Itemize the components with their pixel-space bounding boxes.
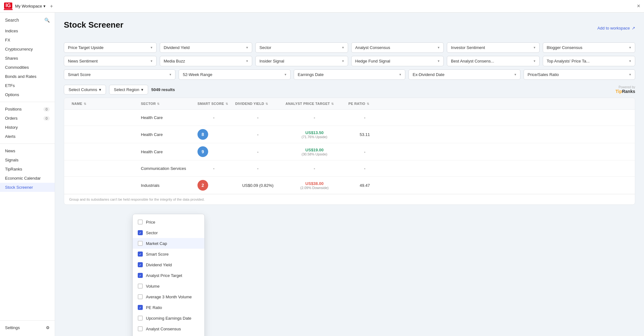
th-dividend-yield[interactable]: DIVIDEND YIELD ⇅ (233, 98, 283, 109)
select-region-button[interactable]: Select Region ▾ (109, 85, 148, 95)
chevron-down-icon: ▾ (629, 73, 631, 77)
checkbox-price[interactable] (138, 219, 143, 225)
sidebar-item-orders[interactable]: Orders 0 (0, 114, 55, 123)
sidebar-item-settings[interactable]: Settings ⚙ (0, 323, 55, 332)
top-bar: IG My Workspace ▾ + × (0, 0, 644, 13)
td-name (69, 165, 138, 172)
sidebar: Search 🔍 Indices FX Cryptocurrency Share… (0, 13, 55, 336)
filter-dividend-yield[interactable]: Dividend Yield ▾ (160, 42, 253, 53)
td-pe-ratio: - (346, 112, 384, 123)
th-name[interactable]: NAME ⇅ (69, 98, 138, 109)
sidebar-item-signals[interactable]: Signals (0, 155, 55, 165)
add-tab-button[interactable]: + (48, 3, 55, 10)
filter-52-week[interactable]: 52-Week Range ▾ (179, 69, 290, 80)
th-sector[interactable]: SECTOR ⇅ (138, 98, 195, 109)
footer-note: Group and its subsidiaries can't be held… (64, 194, 635, 204)
table-row[interactable]: Health Care 9 - US$19.00 (30.58% Upside)… (64, 143, 635, 160)
td-name (69, 131, 138, 138)
chevron-down-icon: ▾ (99, 87, 101, 92)
td-smart-score: 2 (195, 177, 233, 194)
sidebar-item-economic-calendar[interactable]: Economic Calendar (0, 174, 55, 183)
checkbox-sector[interactable]: ✓ (138, 230, 143, 235)
checkbox-analyst-price-target[interactable]: ✓ (138, 273, 143, 278)
sidebar-item-fx[interactable]: FX (0, 35, 55, 45)
checkbox-market-cap[interactable] (138, 241, 143, 246)
table-row[interactable]: Communication Services - - - - (64, 160, 635, 177)
table-row[interactable]: Industrials 2 US$0.09 (0.82%) US$38.00 (… (64, 177, 635, 194)
sort-icon: ⇅ (84, 102, 86, 106)
dd-item-volume[interactable]: Volume (133, 281, 204, 291)
table-header: NAME ⇅ SECTOR ⇅ SMART SCORE ⇅ DIVIDEND Y… (64, 98, 635, 110)
sidebar-item-options[interactable]: Options (0, 90, 55, 99)
filter-sector[interactable]: Sector ▾ (255, 42, 348, 53)
sidebar-item-tipranks[interactable]: TipRanks (0, 165, 55, 174)
th-smart-score[interactable]: SMART SCORE ⇅ (195, 98, 233, 109)
search-row[interactable]: Search 🔍 (0, 16, 55, 26)
dd-item-sector[interactable]: ✓ Sector (133, 227, 204, 238)
td-smart-score: 9 (195, 143, 233, 160)
dd-item-analyst-consensus[interactable]: Analyst Consensus (133, 323, 204, 334)
filter-row-1: Price Target Upside ▾ Dividend Yield ▾ S… (64, 42, 635, 53)
sidebar-item-bonds[interactable]: Bonds and Rates (0, 72, 55, 81)
select-columns-button[interactable]: Select Columns ▾ (64, 85, 106, 95)
dd-item-pe-ratio[interactable]: ✓ PE Ratio (133, 302, 204, 313)
filter-price-target-upside[interactable]: Price Target Upside ▾ (64, 42, 157, 53)
dd-item-price[interactable]: Price (133, 217, 204, 227)
sidebar-item-history[interactable]: History (0, 123, 55, 132)
checkbox-volume[interactable] (138, 284, 143, 289)
powered-by: Powered by TipRanks (615, 85, 635, 94)
checkbox-avg-volume[interactable] (138, 294, 143, 299)
filter-top-analysts[interactable]: Top Analysts' Price Ta... ▾ (543, 56, 636, 66)
sidebar-item-commodities[interactable]: Commodities (0, 63, 55, 72)
sidebar-item-positions[interactable]: Positions 0 (0, 105, 55, 114)
td-analyst-price: US$13.50 (71.76% Upside) (283, 127, 346, 142)
th-analyst-price[interactable]: ANALYST PRICE TARGET ⇅ (283, 98, 346, 109)
dd-item-upcoming-earnings[interactable]: Upcoming Earnings Date (133, 313, 204, 323)
td-sector: Communication Services (138, 163, 195, 174)
filter-hedge-fund-signal[interactable]: Hedge Fund Signal ▾ (351, 56, 444, 66)
dd-item-analyst-price-target[interactable]: ✓ Analyst Price Target (133, 270, 204, 281)
filter-investor-sentiment[interactable]: Investor Sentiment ▾ (447, 42, 540, 53)
checkbox-upcoming-earnings[interactable] (138, 316, 143, 321)
search-icon[interactable]: 🔍 (44, 18, 50, 23)
sidebar-item-shares[interactable]: Shares (0, 54, 55, 63)
workspace-button[interactable]: My Workspace ▾ (15, 4, 46, 8)
filter-blogger-consensus[interactable]: Blogger Consensus ▾ (543, 42, 636, 53)
dd-item-dividend-yield[interactable]: ✓ Dividend Yield (133, 259, 204, 270)
checkbox-dividend-yield[interactable]: ✓ (138, 262, 143, 267)
close-button[interactable]: × (637, 3, 640, 9)
td-dividend-yield: US$0.09 (0.82%) (233, 180, 283, 191)
filter-price-sales[interactable]: Price/Sales Ratio ▾ (524, 69, 635, 80)
filter-ex-dividend[interactable]: Ex-Dividend Date ▾ (408, 69, 520, 80)
table-row[interactable]: Health Care - - - - (64, 110, 635, 126)
sort-icon: ⇅ (265, 102, 268, 106)
filter-smart-score[interactable]: Smart Score ▾ (64, 69, 175, 80)
sidebar-item-news[interactable]: News (0, 146, 55, 155)
filter-earnings-date[interactable]: Earnings Date ▾ (294, 69, 405, 80)
table-row[interactable]: Health Care 8 - US$13.50 (71.76% Upside)… (64, 126, 635, 143)
sidebar-item-etfs[interactable]: ETFs (0, 81, 55, 90)
sidebar-item-indices[interactable]: Indices (0, 26, 55, 35)
dd-item-avg-volume[interactable]: Average 3 Month Volume (133, 291, 204, 302)
chevron-down-icon: ▾ (438, 59, 440, 63)
chevron-down-icon: ▾ (246, 59, 248, 63)
td-smart-score: - (195, 112, 233, 123)
dd-item-smart-score[interactable]: ✓ Smart Score (133, 249, 204, 259)
td-dividend-yield: - (233, 129, 283, 140)
checkbox-pe-ratio[interactable]: ✓ (138, 305, 143, 310)
add-to-workspace-button[interactable]: Add to workspace ↗ (597, 26, 635, 30)
filter-insider-signal[interactable]: Insider Signal ▾ (255, 56, 348, 66)
sidebar-item-cryptocurrency[interactable]: Cryptocurrency (0, 45, 55, 54)
th-pe-ratio[interactable]: PE RATIO ⇅ (346, 98, 384, 109)
filter-analyst-consensus[interactable]: Analyst Consensus ▾ (351, 42, 444, 53)
dd-item-market-cap[interactable]: Market Cap (133, 238, 204, 249)
filter-best-analyst[interactable]: Best Analyst Consens... ▾ (447, 56, 540, 66)
filter-news-sentiment[interactable]: News Sentiment ▾ (64, 56, 157, 66)
checkbox-smart-score[interactable]: ✓ (138, 252, 143, 257)
dd-item-news-sentiment[interactable]: News Sentiment (133, 334, 204, 336)
sidebar-item-alerts[interactable]: Alerts (0, 132, 55, 141)
page-title: Stock Screener (64, 20, 123, 30)
sidebar-item-stock-screener[interactable]: Stock Screener (0, 183, 55, 192)
checkbox-analyst-consensus[interactable] (138, 326, 143, 331)
filter-media-buzz[interactable]: Media Buzz ▾ (160, 56, 253, 66)
